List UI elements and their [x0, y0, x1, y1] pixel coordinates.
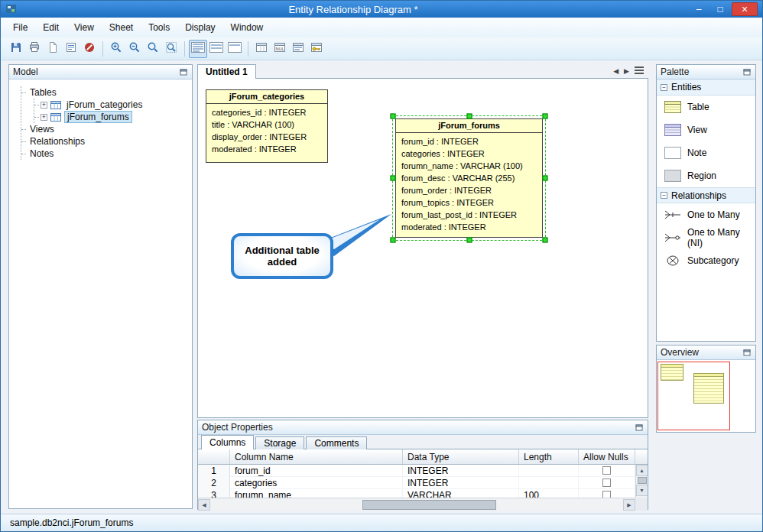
menu-tools[interactable]: Tools	[141, 19, 177, 36]
palette-item-view[interactable]: View	[657, 118, 755, 141]
cell-length[interactable]	[519, 465, 579, 477]
selection-handle[interactable]	[391, 114, 396, 119]
show-keys-button[interactable]	[307, 40, 326, 58]
grid-header-column-name[interactable]: Column Name	[230, 449, 403, 464]
palette-item-subcategory[interactable]: Subcategory	[657, 249, 755, 272]
zoom-normal-button[interactable]	[144, 40, 162, 58]
close-button[interactable]: ×	[732, 2, 758, 16]
selection-handle[interactable]	[543, 176, 548, 181]
menu-view[interactable]: View	[67, 19, 102, 36]
show-nullability-button[interactable]: NUL	[271, 40, 289, 58]
tree-node-relationships[interactable]: Relationships	[21, 135, 189, 148]
cell-length[interactable]	[519, 477, 579, 489]
object-properties-header: Object Properties	[198, 420, 648, 435]
tab-storage[interactable]: Storage	[255, 436, 304, 449]
collapse-icon[interactable]: −	[661, 84, 667, 91]
table-row[interactable]: 1 forum_id INTEGER	[198, 465, 648, 477]
allow-nulls-checkbox[interactable]	[602, 466, 611, 475]
new-sheet-button[interactable]	[44, 40, 62, 58]
selection-handle[interactable]	[391, 238, 396, 243]
tab-prev-icon[interactable]: ◀	[613, 67, 619, 75]
object-properties-float-icon[interactable]	[635, 423, 644, 431]
selection-handle[interactable]	[543, 238, 548, 243]
cell-data-type[interactable]: VARCHAR	[403, 489, 519, 498]
palette-float-icon[interactable]	[743, 68, 752, 76]
tree-node-views[interactable]: Views	[21, 123, 189, 135]
cell-length[interactable]: 100	[519, 489, 579, 498]
palette-item-one-to-many-ni[interactable]: One to Many (NI)	[657, 226, 755, 249]
grid-header-data-type[interactable]: Data Type	[403, 449, 519, 464]
cell-column-name[interactable]: forumn_name	[230, 489, 403, 498]
overview-viewport-rect[interactable]	[657, 362, 730, 430]
tab-untitled-1[interactable]: Untitled 1	[197, 64, 256, 79]
selection-handle[interactable]	[466, 114, 472, 119]
cell-column-name[interactable]: categories	[230, 477, 403, 489]
grid-vertical-scrollbar[interactable]: ▲ ▼	[635, 465, 648, 498]
print-button[interactable]	[25, 40, 44, 58]
palette-item-note[interactable]: Note	[657, 141, 755, 164]
view-detailed-button[interactable]	[189, 40, 207, 58]
grid-header-length[interactable]: Length	[519, 449, 579, 464]
tree-node-tables[interactable]: Tables	[21, 86, 189, 99]
show-datatypes-button[interactable]	[289, 40, 307, 58]
diagram-canvas[interactable]: jForum_categories categories_id : INTEGE…	[197, 79, 648, 418]
selection-handle[interactable]	[466, 238, 472, 243]
display-options-button[interactable]	[62, 40, 80, 58]
expand-icon[interactable]: +	[41, 114, 47, 121]
palette-section-entities[interactable]: − Entities	[657, 79, 755, 96]
model-float-icon[interactable]	[180, 68, 188, 76]
scroll-right-icon[interactable]: ▶	[623, 499, 635, 511]
zoom-tool-button[interactable]	[162, 40, 180, 58]
callout-note[interactable]: Additional table added	[231, 233, 333, 279]
tree-node-notes[interactable]: Notes	[21, 148, 189, 160]
show-columns-button[interactable]	[252, 40, 271, 58]
overview-float-icon[interactable]	[743, 349, 752, 356]
entity-jforum-categories[interactable]: jForum_categories categories_id : INTEGE…	[206, 89, 328, 163]
palette-section-relationships[interactable]: − Relationships	[657, 187, 755, 203]
menu-sheet[interactable]: Sheet	[102, 19, 141, 36]
tab-next-icon[interactable]: ▶	[624, 67, 629, 75]
grid-horizontal-scrollbar[interactable]: ◀ ▶	[198, 498, 635, 511]
cell-data-type[interactable]: INTEGER	[403, 465, 519, 477]
palette-item-table[interactable]: Table	[657, 96, 755, 118]
maximize-button[interactable]: □	[710, 2, 730, 16]
tab-list-icon[interactable]	[635, 66, 644, 76]
zoom-out-button[interactable]	[125, 40, 144, 58]
palette-item-one-to-many[interactable]: One to Many	[657, 203, 755, 226]
tab-columns[interactable]: Columns	[201, 435, 254, 449]
grid-header-allow-nulls[interactable]: Allow Nulls	[579, 449, 635, 464]
view-minimal-button[interactable]	[226, 40, 244, 58]
delete-mode-button[interactable]	[80, 40, 99, 58]
cell-data-type[interactable]: INTEGER	[403, 477, 519, 489]
allow-nulls-checkbox[interactable]	[602, 491, 611, 498]
cell-column-name[interactable]: forum_id	[230, 465, 403, 477]
collapse-icon[interactable]: −	[661, 192, 667, 199]
zoom-in-button[interactable]	[107, 40, 125, 58]
show-columns-icon	[255, 41, 268, 57]
minimize-button[interactable]: –	[689, 2, 709, 16]
menu-display[interactable]: Display	[177, 19, 222, 36]
overview-map[interactable]	[657, 360, 755, 432]
scroll-down-icon[interactable]: ▼	[636, 485, 648, 496]
expand-icon[interactable]: +	[41, 102, 47, 109]
scroll-up-icon[interactable]: ▲	[636, 465, 648, 476]
palette-item-region[interactable]: Region	[657, 164, 755, 187]
scroll-left-icon[interactable]: ◀	[198, 499, 210, 511]
table-row[interactable]: 2 categories INTEGER	[198, 477, 648, 489]
menu-file[interactable]: File	[5, 19, 35, 36]
tree-node-jforum-categories[interactable]: + jForum_categories	[34, 99, 189, 111]
vertical-scroll-thumb[interactable]	[638, 477, 647, 484]
menu-edit[interactable]: Edit	[35, 19, 67, 36]
tab-comments[interactable]: Comments	[306, 436, 367, 449]
save-button[interactable]	[7, 40, 25, 58]
menu-window[interactable]: Window	[223, 19, 271, 36]
entity-column: display_order : INTEGER	[212, 131, 322, 143]
horizontal-scroll-thumb[interactable]	[362, 500, 496, 510]
selection-handle[interactable]	[543, 114, 548, 119]
selection-handle[interactable]	[391, 176, 396, 181]
entity-jforum-forums[interactable]: jForum_forums forum_id : INTEGER categor…	[395, 118, 543, 238]
table-row[interactable]: 3 forumn_name VARCHAR 100	[198, 489, 648, 498]
view-names-button[interactable]	[207, 40, 226, 58]
tree-node-jforum-forums[interactable]: + jForum_forums	[34, 111, 189, 123]
allow-nulls-checkbox[interactable]	[602, 478, 611, 487]
